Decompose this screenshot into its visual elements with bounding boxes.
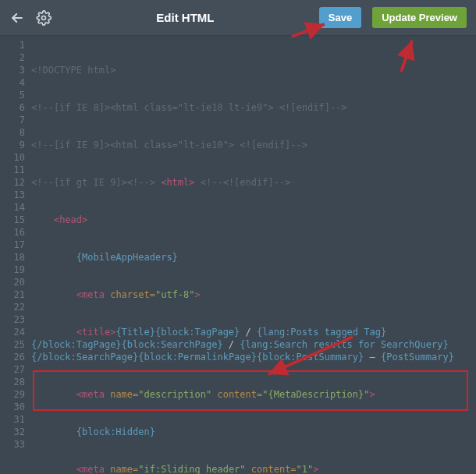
save-button[interactable]: Save <box>319 7 361 28</box>
code-line: <title>{Title}{block:TagPage} / {lang:Po… <box>31 326 470 363</box>
code-line: <head> <box>31 214 470 226</box>
code-line: <!--[if gt IE 9]><!--> <html> <!--<![end… <box>31 176 470 189</box>
svg-point-0 <box>42 16 46 19</box>
line-gutter: 1 2 3 4 5 6 7 8 9 10 11 12 13 14 15 16 1… <box>0 36 30 474</box>
code-line: <!--[if IE 9]><html class="lt-ie10"> <![… <box>31 139 470 151</box>
code-line: <!DOCTYPE html> <box>31 64 470 76</box>
code-line: <meta name="if:Sliding header" content="… <box>31 463 470 474</box>
update-preview-button[interactable]: Update Preview <box>372 7 467 28</box>
header: Edit HTML Save Update Preview <box>0 0 476 36</box>
code-line: <meta name="description" content="{MetaD… <box>31 388 470 401</box>
code-area[interactable]: <!DOCTYPE html> <!--[if IE 8]><html clas… <box>30 36 476 474</box>
code-line: <meta charset="utf-8"> <box>31 288 470 301</box>
code-line: <!--[if IE 8]><html class="lt-ie10 lt-ie… <box>31 101 470 114</box>
back-icon[interactable] <box>9 10 25 26</box>
gear-icon[interactable] <box>36 10 52 26</box>
page-title: Edit HTML <box>62 11 308 24</box>
code-line: {block:Hidden} <box>31 426 470 438</box>
code-line: {MobileAppHeaders} <box>31 251 470 264</box>
code-editor[interactable]: 1 2 3 4 5 6 7 8 9 10 11 12 13 14 15 16 1… <box>0 36 476 474</box>
